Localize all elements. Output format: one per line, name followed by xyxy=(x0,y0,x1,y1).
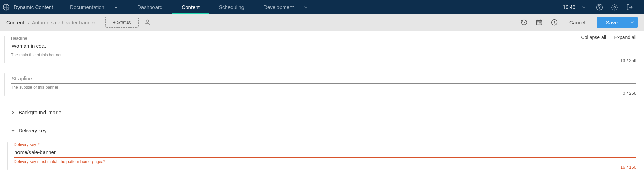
brand-text[interactable]: Dynamic Content xyxy=(14,4,53,10)
nav-items: Documentation Dashboard Content Scheduli… xyxy=(60,0,317,14)
delivery-key-section[interactable]: Delivery key xyxy=(0,124,644,137)
delivery-key-field-block: Delivery key * Delivery key must match t… xyxy=(7,142,636,170)
chevron-down-icon xyxy=(114,5,118,9)
gear-icon[interactable] xyxy=(607,0,622,14)
user-icon[interactable] xyxy=(139,19,156,26)
info-icon[interactable] xyxy=(547,19,562,26)
delivery-key-label-text: Delivery key xyxy=(14,142,36,147)
breadcrumb: Content / Autumn sale header banner xyxy=(6,20,95,25)
background-image-section[interactable]: Background image xyxy=(0,106,644,119)
strapline-input[interactable] xyxy=(11,73,636,84)
nav-documentation-label: Documentation xyxy=(70,4,104,10)
time-display[interactable]: 16:40 xyxy=(558,0,592,14)
add-status-button[interactable]: + Status xyxy=(105,17,139,28)
delivery-key-section-label: Delivery key xyxy=(18,128,47,133)
brand-area: Dynamic Content xyxy=(0,0,60,14)
svg-point-4 xyxy=(146,20,148,22)
cancel-button[interactable]: Cancel xyxy=(562,20,593,25)
logout-icon[interactable] xyxy=(622,0,637,14)
divider xyxy=(100,17,100,27)
svg-point-3 xyxy=(614,6,616,8)
breadcrumb-title: Autumn sale header banner xyxy=(32,20,95,25)
required-asterisk: * xyxy=(38,142,40,147)
delivery-key-label: Delivery key * xyxy=(14,142,636,147)
save-button[interactable]: Save xyxy=(597,17,627,28)
svg-point-6 xyxy=(538,23,538,23)
top-navbar: Dynamic Content Documentation Dashboard … xyxy=(0,0,644,14)
headline-help: The main title of this banner xyxy=(11,52,636,57)
nav-development-label: Development xyxy=(263,4,294,10)
delivery-key-input[interactable] xyxy=(14,147,636,158)
brand-logo-icon xyxy=(3,4,10,11)
nav-right: 16:40 xyxy=(558,0,644,14)
nav-content-label: Content xyxy=(182,4,200,10)
time-value: 16:40 xyxy=(562,4,575,10)
svg-point-2 xyxy=(599,9,600,9)
breadcrumb-root[interactable]: Content xyxy=(6,20,24,25)
strapline-field-block: The subtitle of this banner 0 / 256 xyxy=(4,73,636,96)
chevron-down-icon xyxy=(630,20,634,24)
help-icon[interactable] xyxy=(592,0,607,14)
svg-point-10 xyxy=(554,21,554,21)
svg-point-8 xyxy=(540,23,541,23)
strapline-char-count: 0 / 256 xyxy=(11,91,636,96)
nav-development[interactable]: Development xyxy=(254,0,317,14)
sub-toolbar: Content / Autumn sale header banner + St… xyxy=(0,14,644,31)
delivery-key-error: Delivery key must match the pattern home… xyxy=(14,159,636,164)
headline-char-count: 13 / 256 xyxy=(11,58,636,63)
history-icon[interactable] xyxy=(517,19,532,26)
save-button-group: Save xyxy=(597,17,638,28)
toolbar-right: Cancel Save xyxy=(517,17,638,28)
svg-point-7 xyxy=(539,23,539,23)
nav-scheduling[interactable]: Scheduling xyxy=(209,0,254,14)
calendar-icon[interactable] xyxy=(532,19,547,26)
background-image-label: Background image xyxy=(18,109,61,115)
breadcrumb-separator: / xyxy=(28,20,30,25)
chevron-down-icon xyxy=(11,129,15,133)
nav-content[interactable]: Content xyxy=(172,0,209,14)
save-dropdown-button[interactable] xyxy=(627,17,638,28)
delivery-key-char-count: 16 / 150 xyxy=(14,165,636,170)
nav-documentation[interactable]: Documentation xyxy=(60,0,128,14)
headline-input[interactable] xyxy=(11,41,636,51)
nav-dashboard[interactable]: Dashboard xyxy=(128,0,172,14)
strapline-help: The subtitle of this banner xyxy=(11,85,636,90)
chevron-right-icon xyxy=(11,110,15,115)
nav-dashboard-label: Dashboard xyxy=(137,4,162,10)
headline-field-block: Headline The main title of this banner 1… xyxy=(4,36,636,63)
chevron-down-icon xyxy=(304,5,308,9)
chevron-down-icon xyxy=(582,5,586,9)
headline-label: Headline xyxy=(11,36,636,41)
nav-scheduling-label: Scheduling xyxy=(219,4,244,10)
